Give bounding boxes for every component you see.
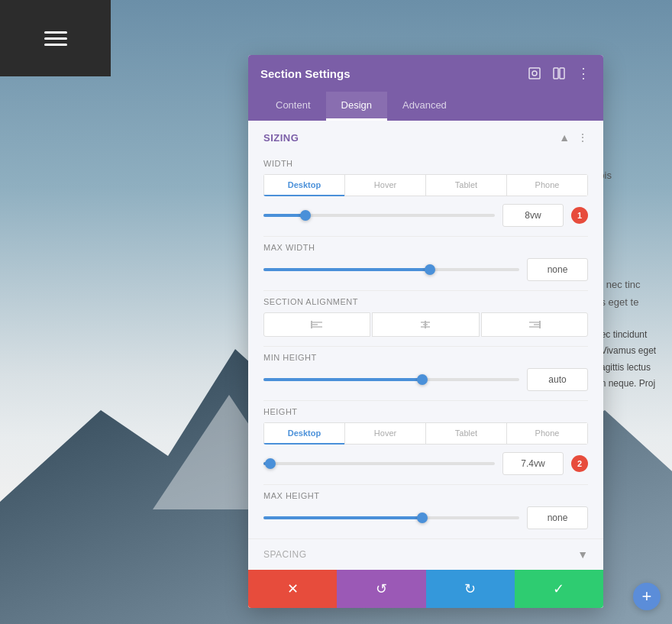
width-input[interactable]: 8vw bbox=[502, 204, 564, 227]
max-height-input[interactable]: none bbox=[527, 506, 588, 529]
section-alignment-label: Section Alignment bbox=[263, 297, 588, 306]
max-width-label: Max Width bbox=[263, 243, 588, 252]
width-tab-tablet[interactable]: Tablet bbox=[425, 174, 506, 196]
min-height-label: Min Height bbox=[263, 353, 588, 362]
sizing-more-icon[interactable]: ⋮ bbox=[577, 131, 588, 144]
panel-title: Section Settings bbox=[260, 67, 351, 80]
svg-rect-2 bbox=[554, 68, 558, 79]
sizing-controls: ▲ ⋮ bbox=[559, 131, 588, 144]
panel-header: Section Settings ⋮ bbox=[248, 55, 603, 92]
bottom-toolbar: ✕ ↺ ↻ ✓ bbox=[248, 570, 603, 608]
align-center-btn[interactable] bbox=[372, 312, 479, 337]
undo-button[interactable]: ↺ bbox=[337, 570, 425, 608]
plus-button[interactable]: + bbox=[633, 583, 661, 610]
max-height-slider-row: none bbox=[263, 506, 588, 529]
tab-design[interactable]: Design bbox=[326, 92, 387, 121]
width-badge: 1 bbox=[571, 207, 588, 224]
target-icon[interactable] bbox=[527, 66, 542, 81]
width-responsive-tabs: Desktop Hover Tablet Phone bbox=[263, 174, 588, 196]
height-tab-desktop[interactable]: Desktop bbox=[263, 422, 344, 445]
height-slider-row: 7.4vw 2 bbox=[263, 452, 588, 475]
redo-button[interactable]: ↻ bbox=[426, 570, 515, 608]
height-label: Height bbox=[263, 407, 588, 416]
min-height-slider-row: auto bbox=[263, 368, 588, 391]
hamburger-icon[interactable] bbox=[44, 31, 67, 46]
align-left-btn[interactable] bbox=[263, 312, 370, 337]
min-height-field: Min Height auto bbox=[248, 347, 603, 400]
spacing-expand-icon[interactable]: ▼ bbox=[577, 548, 588, 561]
sizing-title: Sizing bbox=[263, 132, 299, 144]
tab-advanced[interactable]: Advanced bbox=[387, 92, 462, 121]
spacing-section: Spacing ▼ bbox=[248, 538, 603, 570]
min-height-slider[interactable] bbox=[263, 378, 519, 381]
max-height-label: Max Height bbox=[263, 491, 588, 500]
section-alignment-field: Section Alignment bbox=[248, 291, 603, 346]
cancel-button[interactable]: ✕ bbox=[248, 570, 337, 608]
width-tab-hover[interactable]: Hover bbox=[344, 174, 425, 196]
svg-rect-0 bbox=[529, 68, 540, 79]
alignment-buttons bbox=[263, 312, 588, 337]
width-tab-desktop[interactable]: Desktop bbox=[263, 174, 344, 196]
height-slider[interactable] bbox=[263, 462, 495, 465]
height-tab-tablet[interactable]: Tablet bbox=[425, 422, 506, 445]
sizing-section-header: Sizing ▲ ⋮ bbox=[248, 121, 603, 153]
panel-body: Sizing ▲ ⋮ Width Desktop Hover Tablet Ph… bbox=[248, 121, 603, 608]
width-label: Width bbox=[263, 159, 588, 168]
collapse-icon[interactable]: ▲ bbox=[559, 131, 570, 144]
spacing-title: Spacing bbox=[263, 549, 307, 560]
save-button[interactable]: ✓ bbox=[515, 570, 603, 608]
svg-point-1 bbox=[532, 71, 537, 76]
width-tab-phone[interactable]: Phone bbox=[506, 174, 588, 196]
width-slider-row: 8vw 1 bbox=[263, 204, 588, 227]
align-right-btn[interactable] bbox=[481, 312, 588, 337]
top-left-menu bbox=[0, 0, 111, 76]
tab-content[interactable]: Content bbox=[260, 92, 326, 121]
height-input[interactable]: 7.4vw bbox=[502, 452, 564, 475]
max-width-slider[interactable] bbox=[263, 268, 519, 271]
height-field: Height Desktop Hover Tablet Phone 7.4vw … bbox=[248, 401, 603, 484]
panel-tabs: Content Design Advanced bbox=[248, 92, 603, 121]
section-settings-panel: Section Settings ⋮ Content Design Advanc… bbox=[248, 55, 603, 608]
columns-icon[interactable] bbox=[551, 66, 567, 81]
height-tab-hover[interactable]: Hover bbox=[344, 422, 425, 445]
max-width-slider-row: none bbox=[263, 258, 588, 281]
max-height-field: Max Height none bbox=[248, 485, 603, 538]
max-width-field: Max Width none bbox=[248, 237, 603, 290]
width-field: Width Desktop Hover Tablet Phone 8vw 1 bbox=[248, 153, 603, 236]
height-responsive-tabs: Desktop Hover Tablet Phone bbox=[263, 422, 588, 445]
min-height-input[interactable]: auto bbox=[527, 368, 588, 391]
max-width-input[interactable]: none bbox=[527, 258, 588, 281]
width-slider[interactable] bbox=[263, 214, 495, 217]
max-height-slider[interactable] bbox=[263, 516, 519, 519]
height-badge: 2 bbox=[571, 455, 588, 472]
more-icon[interactable]: ⋮ bbox=[576, 66, 591, 81]
height-tab-phone[interactable]: Phone bbox=[506, 422, 588, 445]
panel-header-icons: ⋮ bbox=[527, 66, 591, 81]
svg-rect-3 bbox=[560, 68, 564, 79]
background-text: rpis oi nec tinctis eget te nec tincidun… bbox=[596, 168, 672, 393]
